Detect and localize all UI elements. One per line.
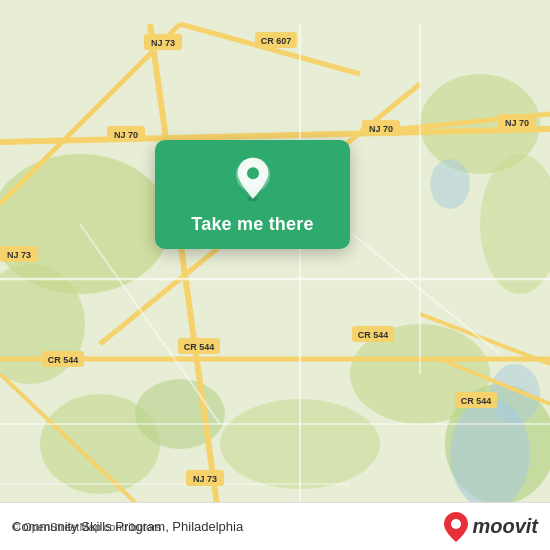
take-me-there-button[interactable]: Take me there <box>191 214 313 235</box>
map-background: NJ 73 NJ 70 NJ 70 NJ 70 CR 607 NJ 73 CR … <box>0 0 550 550</box>
svg-text:CR 544: CR 544 <box>358 330 389 340</box>
svg-text:CR 544: CR 544 <box>184 342 215 352</box>
svg-text:NJ 70: NJ 70 <box>114 130 138 140</box>
map-container: NJ 73 NJ 70 NJ 70 NJ 70 CR 607 NJ 73 CR … <box>0 0 550 550</box>
location-name: Community Skills Program, Philadelphia <box>12 519 480 534</box>
svg-text:NJ 70: NJ 70 <box>505 118 529 128</box>
svg-text:NJ 73: NJ 73 <box>193 474 217 484</box>
svg-text:NJ 73: NJ 73 <box>7 250 31 260</box>
svg-text:CR 544: CR 544 <box>48 355 79 365</box>
location-pin-icon <box>229 156 277 204</box>
svg-point-12 <box>430 159 470 209</box>
svg-text:NJ 73: NJ 73 <box>151 38 175 48</box>
take-me-there-card[interactable]: Take me there <box>155 140 350 249</box>
svg-point-11 <box>490 364 540 424</box>
svg-text:CR 607: CR 607 <box>261 36 292 46</box>
svg-text:NJ 70: NJ 70 <box>369 124 393 134</box>
svg-text:CR 544: CR 544 <box>461 396 492 406</box>
svg-point-57 <box>247 167 259 179</box>
svg-point-9 <box>135 379 225 449</box>
